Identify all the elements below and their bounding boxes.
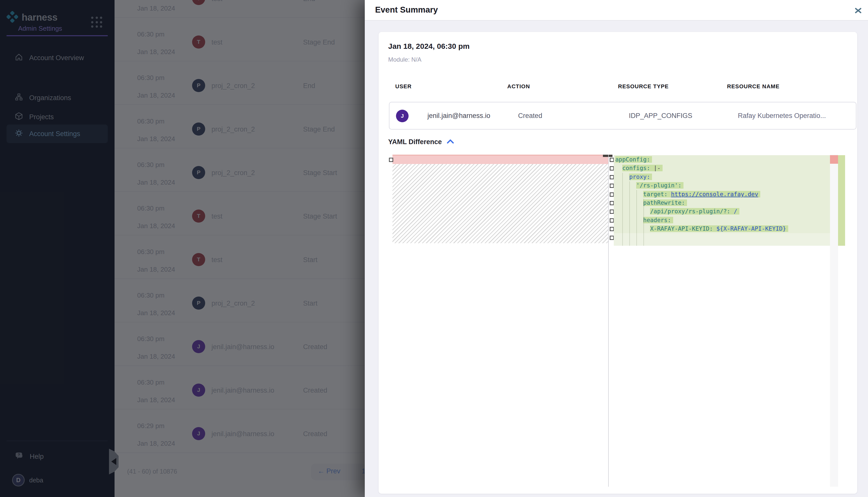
overview-ruler-added [838, 155, 845, 246]
event-datetime: Jan 18, 2024, 06:30 pm [388, 42, 470, 51]
yaml-code-line: configs: |- [614, 164, 830, 172]
yaml-code-line: '/rs-plugin': [614, 181, 830, 190]
yaml-difference-label: YAML Difference [388, 138, 442, 146]
event-summary-card: Jan 18, 2024, 06:30 pm Module: N/A USER … [378, 32, 857, 494]
col-header-action: ACTION [507, 83, 530, 90]
drawer-title: Event Summary [375, 5, 438, 15]
yaml-difference-toggle[interactable]: YAML Difference [388, 138, 454, 146]
yaml-diff-editor: appConfig: configs: |- proxy: '/rs-plugi… [389, 155, 846, 487]
empty-region-hatch [392, 164, 608, 243]
left-overview-removed-mark [603, 155, 612, 157]
yaml-code-line: pathRewrite: [614, 198, 830, 207]
yaml-code-line: target: https://console.rafay.dev [614, 190, 830, 198]
event-action: Created [518, 112, 542, 120]
col-header-resource-type: RESOURCE TYPE [618, 83, 669, 90]
diff-line-marker[interactable] [610, 193, 614, 197]
event-user: jenil.jain@harness.io [427, 112, 491, 120]
yaml-code-line: appConfig: [614, 155, 830, 164]
diff-line-marker[interactable] [610, 184, 614, 188]
avatar: J [396, 110, 409, 122]
modal-scrim[interactable] [0, 0, 365, 497]
col-header-resource-name: RESOURCE NAME [727, 83, 780, 90]
diff-line-marker[interactable] [389, 158, 393, 162]
event-resource-name: Rafay Kubernetes Operatio... [738, 112, 826, 120]
yaml-code-line: /api/proxy/rs-plugin/?: / [614, 207, 830, 215]
yaml-code-line: X-RAFAY-API-KEYID: ${X-RAFAY-API-KEYID} [614, 224, 830, 233]
diff-line-marker[interactable] [610, 166, 614, 171]
diff-line-marker[interactable] [610, 201, 614, 205]
yaml-code-line [614, 233, 830, 242]
close-icon[interactable] [854, 6, 863, 15]
col-header-user: USER [395, 83, 412, 90]
event-resource-type: IDP_APP_CONFIGS [629, 112, 692, 120]
yaml-code-line: headers: [614, 216, 830, 224]
diff-sash[interactable] [608, 155, 609, 487]
diff-line-marker[interactable] [610, 227, 614, 231]
event-module: Module: N/A [388, 56, 422, 63]
chevron-up-icon [446, 139, 454, 145]
diff-line-marker[interactable] [610, 218, 614, 223]
yaml-code[interactable]: appConfig: configs: |- proxy: '/rs-plugi… [614, 155, 830, 242]
diff-line-marker[interactable] [610, 210, 614, 214]
diff-line-marker[interactable] [610, 175, 614, 179]
drawer-header: Event Summary [365, 0, 868, 20]
event-detail-row: J jenil.jain@harness.io Created IDP_APP_… [389, 102, 856, 129]
scrollbar-track[interactable] [830, 155, 838, 487]
overview-ruler-removed [830, 155, 838, 164]
diff-line-marker[interactable] [610, 158, 614, 162]
diff-line-marker[interactable] [610, 236, 614, 240]
removed-line [392, 155, 608, 164]
event-summary-drawer: Event Summary Jan 18, 2024, 06:30 pm Mod… [365, 0, 868, 497]
yaml-code-line: proxy: [614, 172, 830, 181]
